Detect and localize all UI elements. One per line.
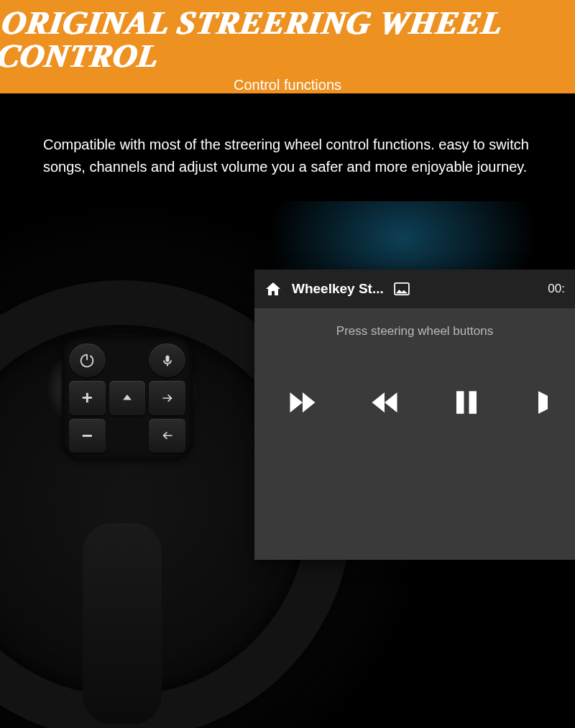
wheel-voice-button[interactable] [149,344,185,377]
media-controls [254,346,575,418]
wheel-right-button[interactable] [149,381,185,415]
picture-icon[interactable] [394,282,410,295]
panel-title: Wheelkey St... [292,281,384,297]
media-panel: Wheelkey St... 00: Press steering wheel … [254,269,575,560]
wheel-button-cluster: + − [62,336,193,460]
panel-time: 00: [548,282,565,296]
wheel-up-button[interactable] [109,381,146,415]
panel-titlebar: Wheelkey St... 00: [254,269,575,308]
pause-button[interactable] [451,387,482,418]
home-icon[interactable] [264,280,282,298]
wheel-minus-button[interactable]: − [69,419,106,453]
hero-subtitle: Control functions [234,77,341,93]
wheel-left-button[interactable] [149,419,185,453]
svg-rect-2 [469,391,477,414]
hero-header: ORIGINAL STREERING WHEEL CONTROL Control… [0,0,575,93]
svg-rect-1 [456,391,464,414]
product-photo: + − Wheelkey St... 00: Press steering wh… [0,201,575,728]
description-text: Compatible with most of the streering wh… [0,93,575,178]
panel-hint: Press steering wheel buttons [254,308,575,346]
wheel-plus-button[interactable]: + [69,381,106,415]
wheel-power-button[interactable] [69,344,106,377]
hero-title: ORIGINAL STREERING WHEEL CONTROL [0,6,575,73]
fast-forward-button[interactable] [288,387,318,418]
rewind-button[interactable] [369,387,400,418]
play-button[interactable] [533,387,548,418]
